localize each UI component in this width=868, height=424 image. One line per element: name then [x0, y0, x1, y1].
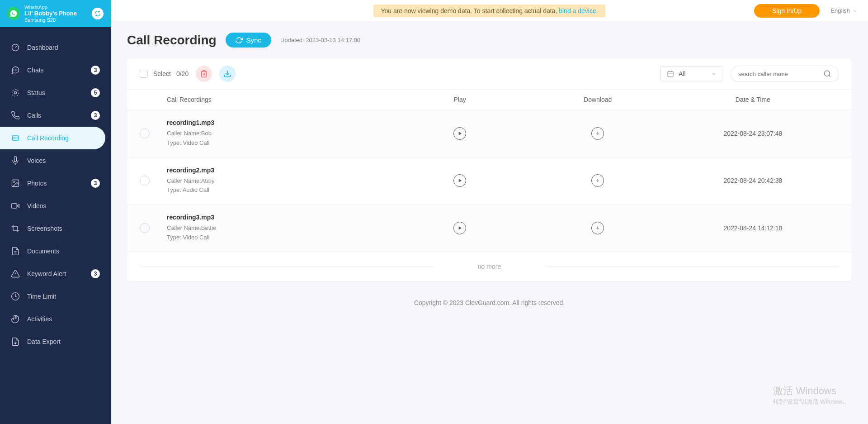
- image-icon: [11, 179, 20, 188]
- chat-icon: [11, 66, 20, 75]
- recording-caller: Caller Name:Bob: [167, 129, 391, 138]
- nav-label: Screenshots: [27, 225, 100, 232]
- search-input[interactable]: [738, 71, 819, 77]
- nav-label: Call Recording: [27, 134, 94, 142]
- download-all-button[interactable]: [219, 66, 236, 82]
- nav-data-export[interactable]: Data Export: [0, 330, 111, 353]
- play-icon: [457, 225, 462, 231]
- hand-icon: [11, 314, 20, 324]
- toolbar: Select 0/20 All: [127, 58, 852, 89]
- nav-label: Videos: [27, 202, 100, 210]
- nav-calls[interactable]: Calls 3: [0, 104, 111, 127]
- sidebar: WhatsApp Lil' Bobby's Phone Samsung S20 …: [0, 0, 111, 424]
- download-button[interactable]: [591, 222, 604, 234]
- nav-activities[interactable]: Activities: [0, 308, 111, 330]
- signin-button[interactable]: Sign In/Up: [754, 4, 820, 18]
- device-header[interactable]: WhatsApp Lil' Bobby's Phone Samsung S20: [0, 0, 111, 27]
- nav-keyword-alert[interactable]: Keyword Alert 3: [0, 262, 111, 285]
- device-name: Lil' Bobby's Phone: [24, 10, 87, 17]
- recording-type: Type: Video Call: [167, 233, 391, 243]
- page-header: Call Recording Sync Updated: 2023-03-13 …: [111, 22, 868, 48]
- nav-time-limit[interactable]: Time Limit: [0, 285, 111, 308]
- svg-point-1: [14, 70, 14, 70]
- svg-rect-10: [668, 71, 673, 77]
- play-button[interactable]: [453, 222, 466, 234]
- document-icon: [11, 247, 20, 256]
- language-selector[interactable]: English: [830, 7, 857, 14]
- recording-caller: Caller Name:Bettie: [167, 224, 391, 233]
- footer: Copyright © 2023 ClevGuard.com. All righ…: [111, 292, 868, 314]
- row-select[interactable]: [140, 176, 150, 186]
- recording-icon: [11, 133, 20, 143]
- play-icon: [457, 131, 462, 136]
- language-label: English: [830, 7, 850, 14]
- nav-label: Data Export: [27, 338, 100, 345]
- nav-label: Voices: [27, 157, 100, 164]
- nav-chats[interactable]: Chats 3: [0, 59, 111, 81]
- nav-badge: 3: [91, 179, 100, 188]
- recording-date: 2022-08-24 20:42:38: [667, 177, 839, 184]
- nav-photos[interactable]: Photos 3: [0, 172, 111, 195]
- col-recordings: Call Recordings: [167, 96, 391, 103]
- calendar-icon: [667, 70, 674, 77]
- nav-call-recording[interactable]: Call Recording: [0, 127, 105, 149]
- nav-voices[interactable]: Voices: [0, 149, 111, 172]
- nav-documents[interactable]: Documents: [0, 240, 111, 262]
- download-icon: [223, 70, 231, 78]
- banner-text: You are now viewing demo data. To start …: [381, 7, 559, 14]
- svg-point-3: [17, 70, 17, 70]
- dashboard-icon: [11, 43, 20, 52]
- nav-badge: 3: [91, 66, 100, 75]
- nav-status[interactable]: Status 5: [0, 81, 111, 104]
- svg-point-11: [824, 71, 830, 76]
- topbar-right: Sign In/Up English: [754, 4, 857, 18]
- select-all-checkbox[interactable]: [140, 70, 148, 78]
- demo-banner: You are now viewing demo data. To start …: [373, 5, 605, 17]
- table-row: recording3.mp3 Caller Name:Bettie Type: …: [127, 205, 852, 252]
- nav-videos[interactable]: Videos: [0, 195, 111, 217]
- col-date: Date & Time: [667, 96, 839, 103]
- date-filter[interactable]: All: [660, 66, 723, 81]
- download-button[interactable]: [591, 127, 604, 140]
- play-button[interactable]: [453, 127, 466, 140]
- nav-badge: 3: [91, 111, 100, 120]
- row-select[interactable]: [140, 223, 150, 233]
- nav-dashboard[interactable]: Dashboard: [0, 36, 111, 59]
- col-play: Play: [391, 96, 529, 103]
- export-icon: [11, 337, 20, 346]
- recording-date: 2022-08-24 23:07:48: [667, 130, 839, 137]
- trash-icon: [200, 70, 208, 78]
- table-row: recording1.mp3 Caller Name:Bob Type: Vid…: [127, 110, 852, 157]
- search-icon: [823, 70, 831, 78]
- download-arrow-icon: [595, 225, 600, 231]
- device-model: Samsung S20: [24, 17, 87, 23]
- col-download: Download: [529, 96, 667, 103]
- main: You are now viewing demo data. To start …: [111, 0, 868, 424]
- nav-label: Calls: [27, 112, 84, 119]
- svg-point-2: [15, 70, 16, 70]
- delete-button[interactable]: [196, 66, 212, 82]
- page-title: Call Recording: [127, 33, 217, 48]
- refresh-icon: [236, 37, 243, 44]
- nav-label: Time Limit: [27, 293, 100, 300]
- phone-icon: [11, 111, 20, 120]
- status-icon: [11, 88, 20, 97]
- download-arrow-icon: [595, 178, 600, 183]
- whatsapp-icon: [7, 7, 20, 20]
- recording-filename: recording3.mp3: [167, 214, 391, 221]
- nav-screenshots[interactable]: Screenshots: [0, 217, 111, 240]
- recording-caller: Caller Name:Abby: [167, 176, 391, 186]
- row-select[interactable]: [140, 129, 150, 138]
- windows-activation-watermark: 激活 Windows 转到"设置"以激活 Windows。: [773, 384, 850, 406]
- recording-type: Type: Video Call: [167, 138, 391, 148]
- recording-type: Type: Audio Call: [167, 186, 391, 195]
- sync-device-icon[interactable]: [92, 8, 104, 19]
- recording-filename: recording1.mp3: [167, 119, 391, 126]
- play-button[interactable]: [453, 174, 466, 187]
- bind-device-link[interactable]: bind a device.: [559, 7, 598, 14]
- play-icon: [457, 178, 462, 183]
- download-button[interactable]: [591, 174, 604, 187]
- sync-button[interactable]: Sync: [226, 33, 271, 48]
- updated-text: Updated: 2023-03-13 14:17:00: [280, 37, 360, 43]
- nav: Dashboard Chats 3 Status 5 Calls 3 Call …: [0, 27, 111, 353]
